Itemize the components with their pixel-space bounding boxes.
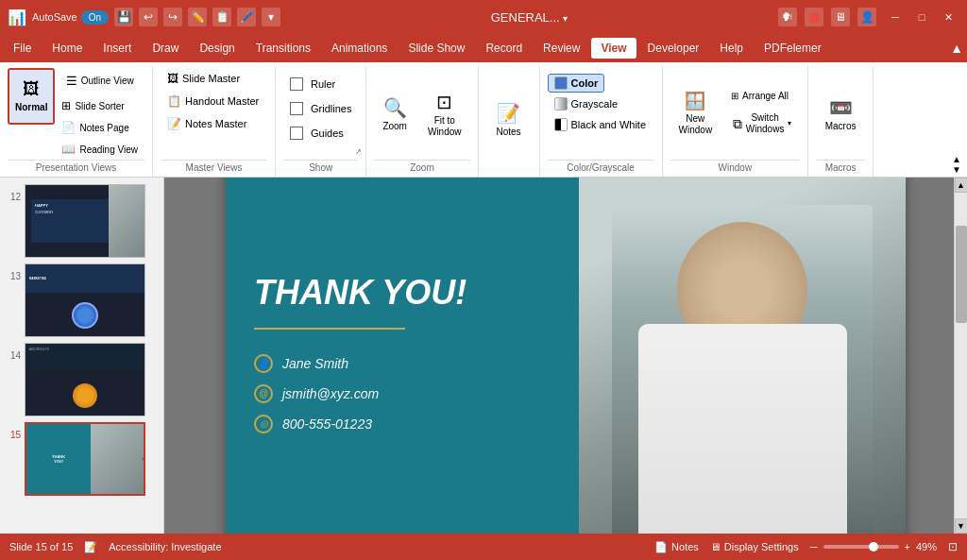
menu-file[interactable]: File [4, 38, 41, 59]
menu-draw[interactable]: Draw [143, 38, 188, 59]
zoom-label-group: Zoom [374, 160, 469, 175]
bw-swatch [554, 118, 568, 131]
more-icon[interactable]: ▾ [262, 8, 280, 26]
pen-icon[interactable]: 🖊️ [237, 8, 256, 26]
gridlines-checkbox-label[interactable]: Gridlines [283, 98, 358, 119]
zoom-minus-icon[interactable]: ─ [810, 541, 818, 552]
new-window-button[interactable]: 🪟 NewWindow [670, 86, 721, 143]
save-icon[interactable]: 💾 [114, 8, 133, 26]
handout-master-button[interactable]: 📋 Handout Master [161, 91, 265, 111]
slide-sorter-label: Slide Sorter [75, 101, 124, 111]
vscroll-down-button[interactable]: ▼ [955, 518, 968, 534]
autosave-toggle[interactable]: On [81, 10, 109, 25]
menu-review[interactable]: Review [534, 38, 589, 59]
clipboard-icon[interactable]: 📋 [212, 8, 231, 26]
notes-button[interactable]: 📝 Notes [486, 92, 532, 148]
switch-windows-button[interactable]: ⧉ SwitchWindows ▾ [724, 107, 800, 141]
view-options-col: ☰ Outline View ⊞ Slide Sorter 📄 Notes Pa… [55, 68, 144, 160]
vscroll-up-button[interactable]: ▲ [955, 178, 968, 193]
notes-status-label: Notes [671, 541, 699, 552]
menu-developer[interactable]: Developer [638, 38, 709, 59]
show-expand-icon[interactable]: ↗ [355, 147, 362, 156]
zoom-button[interactable]: 🔍 Zoom [374, 86, 416, 143]
menu-slideshow[interactable]: Slide Show [399, 38, 474, 59]
menu-insert[interactable]: Insert [93, 38, 141, 59]
menu-help[interactable]: Help [710, 38, 753, 59]
zoom-plus-icon[interactable]: + [905, 541, 910, 552]
ribbon-scroll-down-icon[interactable]: ▼ [952, 164, 967, 175]
macros-buttons: 📼 Macros [816, 68, 865, 160]
new-window-icon: 🪟 [685, 92, 705, 112]
new-window-label: NewWindow [679, 113, 713, 136]
zoom-thumb[interactable] [869, 542, 878, 552]
macros-button[interactable]: 📼 Macros [816, 86, 865, 143]
slide-thumb-img-12: HAPPY CUSTOMERS [25, 184, 145, 258]
outline-view-button[interactable]: ☰ Outline View [55, 68, 144, 94]
normal-view-button[interactable]: 🖼 Normal [8, 68, 55, 125]
slide-thumb-img-13: MARKETING [25, 263, 145, 337]
notes-page-button[interactable]: 📄 Notes Page [55, 117, 144, 138]
macros-icon: 📼 [829, 96, 853, 119]
notes-master-icon: 📝 [167, 117, 181, 130]
menu-animations[interactable]: Animations [322, 38, 397, 59]
ribbon-scroll-up-icon[interactable]: ▲ [952, 154, 967, 164]
draw-icon[interactable]: ✏️ [188, 8, 207, 26]
slide-panel[interactable]: 12 HAPPY CUSTOMERS 13 MARKETING [0, 178, 164, 534]
color-group-label: Color/Grayscale [548, 160, 654, 175]
slide-thumb-img-15: THANKYOU! [25, 422, 145, 496]
title-dropdown-icon[interactable]: ▾ [563, 13, 568, 24]
vscroll-thumb[interactable] [956, 226, 967, 324]
gridlines-label: Gridlines [311, 103, 351, 114]
menu-home[interactable]: Home [42, 38, 92, 59]
window-side-buttons: ⊞ Arrange All ⧉ SwitchWindows ▾ [724, 87, 800, 141]
guides-checkbox[interactable] [290, 127, 303, 140]
grayscale-button[interactable]: Grayscale [548, 94, 625, 113]
arrange-all-button[interactable]: ⊞ Arrange All [724, 87, 800, 105]
zoom-slider[interactable] [823, 545, 899, 549]
reading-view-button[interactable]: 📖 Reading View [55, 139, 144, 160]
color-button[interactable]: Color [548, 74, 605, 93]
black-white-button[interactable]: Black and White [548, 115, 653, 134]
arrange-label: Arrange All [742, 91, 789, 101]
slide-thumbnail-15[interactable]: 15 THANKYOU! [0, 419, 163, 499]
ribbon-collapse-icon[interactable]: ▲ [950, 41, 963, 56]
notes-master-button[interactable]: 📝 Notes Master [161, 113, 253, 134]
maximize-button[interactable]: □ [910, 8, 933, 26]
menu-design[interactable]: Design [190, 38, 244, 59]
gridlines-checkbox[interactable] [290, 102, 303, 115]
menu-transitions[interactable]: Transitions [246, 38, 320, 59]
email-icon: @ [254, 384, 273, 403]
minimize-button[interactable]: ─ [884, 8, 907, 26]
vscroll-track [955, 193, 968, 518]
comment-icon[interactable]: 🗣 [778, 8, 797, 26]
presentation-view-buttons: 🖼 Normal ☰ Outline View ⊞ Slide Sorter 📄… [8, 68, 144, 160]
master-view-buttons: 🖼 Slide Master 📋 Handout Master 📝 Notes … [161, 68, 265, 160]
menu-pdfelement[interactable]: PDFelemer [755, 38, 831, 59]
display-settings-button[interactable]: 🖥 Display Settings [710, 541, 799, 552]
present-icon[interactable]: 🖥 [831, 8, 850, 26]
menu-record[interactable]: Record [476, 38, 532, 59]
menu-view[interactable]: View [591, 38, 636, 59]
redo-icon[interactable]: ↪ [163, 8, 182, 26]
ruler-checkbox-label[interactable]: Ruler [283, 74, 342, 94]
window-title: GENERAL... ▾ [280, 10, 778, 25]
contact-name: 👤 Jane Smith [254, 354, 551, 373]
slide-thumbnail-12[interactable]: 12 HAPPY CUSTOMERS [0, 181, 163, 261]
slide-frame: THANK YOU! 👤 Jane Smith @ jsmith@xyz.com… [226, 178, 906, 534]
fit-to-window-button[interactable]: ⊡ Fit toWindow [419, 86, 470, 143]
accessibility-info[interactable]: Accessibility: Investigate [109, 541, 221, 552]
ruler-checkbox[interactable] [290, 77, 303, 91]
slide-sorter-button[interactable]: ⊞ Slide Sorter [55, 95, 144, 116]
undo-icon[interactable]: ↩ [139, 8, 158, 26]
notes-page-icon: 📄 [61, 121, 76, 134]
slide-thumbnail-13[interactable]: 13 MARKETING [0, 261, 163, 340]
fit-zoom-icon[interactable]: ⊡ [948, 540, 958, 553]
guides-checkbox-label[interactable]: Guides [283, 123, 350, 144]
notes-status-button[interactable]: 📄 Notes [654, 541, 699, 553]
slide-master-button[interactable]: 🖼 Slide Master [161, 68, 246, 89]
share-icon[interactable]: 👤 [857, 8, 876, 26]
slide-thumbnail-14[interactable]: 14 ADD RESULTS [0, 340, 163, 419]
close-button[interactable]: ✕ [937, 8, 959, 26]
email-text: jsmith@xyz.com [282, 386, 379, 401]
record-icon[interactable]: ⬤ [805, 8, 823, 26]
